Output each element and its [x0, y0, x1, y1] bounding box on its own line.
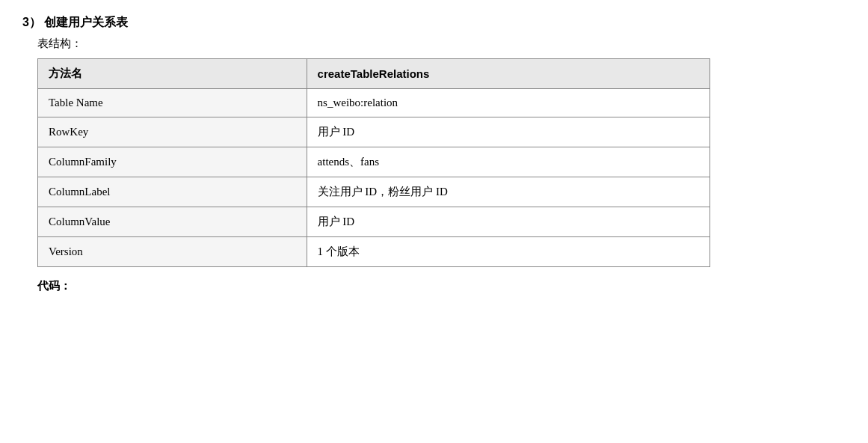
row1-col1: Table Name [38, 89, 307, 117]
row4-col2: 关注用户 ID，粉丝用户 ID [307, 177, 710, 207]
table-row: ColumnFamily attends、fans [38, 147, 710, 177]
section-header: 3） 创建用户关系表 [22, 15, 846, 31]
table-row: RowKey 用户 ID [38, 117, 710, 147]
row6-col2: 1 个版本 [307, 237, 710, 267]
section-number: 3） [22, 16, 41, 28]
row5-col1: ColumnValue [38, 207, 307, 237]
table-container: 方法名 createTableRelations Table Name ns_w… [37, 58, 710, 267]
header-col2: createTableRelations [307, 59, 710, 89]
row1-col2: ns_weibo:relation [307, 89, 710, 117]
sub-header-text: 表结构： [37, 37, 82, 49]
row5-col2: 用户 ID [307, 207, 710, 237]
table-row: ColumnValue 用户 ID [38, 207, 710, 237]
sub-header: 表结构： [37, 37, 846, 51]
section-title: 创建用户关系表 [44, 16, 128, 28]
table-row: ColumnLabel 关注用户 ID，粉丝用户 ID [38, 177, 710, 207]
row6-col1: Version [38, 237, 307, 267]
table-row: Table Name ns_weibo:relation [38, 89, 710, 117]
row4-col1: ColumnLabel [38, 177, 307, 207]
structure-table: 方法名 createTableRelations Table Name ns_w… [37, 58, 710, 267]
table-row: Version 1 个版本 [38, 237, 710, 267]
header-col1: 方法名 [38, 59, 307, 89]
code-label: 代码： [37, 279, 846, 293]
row3-col2: attends、fans [307, 147, 710, 177]
row2-col2: 用户 ID [307, 117, 710, 147]
table-header-row: 方法名 createTableRelations [38, 59, 710, 89]
section-wrapper: 3） 创建用户关系表 表结构： 方法名 createTableRelations… [22, 15, 846, 293]
row3-col1: ColumnFamily [38, 147, 307, 177]
row2-col1: RowKey [38, 117, 307, 147]
